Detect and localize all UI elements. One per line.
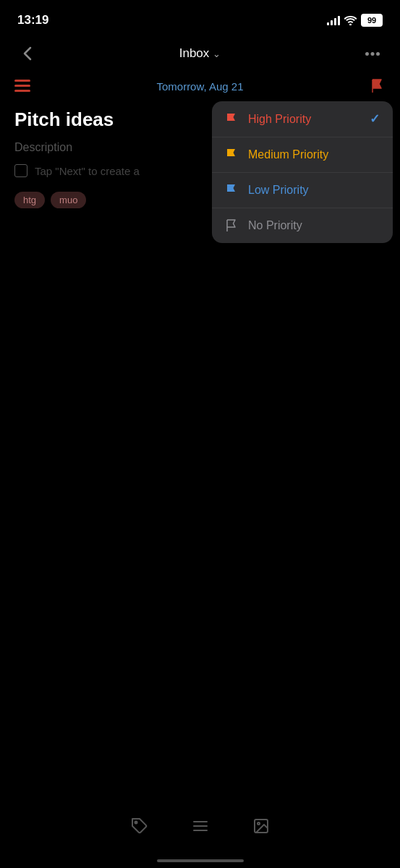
flag-icon-red[interactable] bbox=[370, 78, 386, 94]
status-time: 13:19 bbox=[17, 13, 48, 27]
tag-muo[interactable]: muo bbox=[51, 192, 86, 208]
svg-point-0 bbox=[365, 52, 369, 56]
medium-priority-label: Medium Priority bbox=[248, 148, 380, 161]
tag-button[interactable] bbox=[127, 813, 153, 839]
wifi-icon bbox=[344, 16, 357, 25]
home-indicator bbox=[157, 859, 244, 862]
priority-dropdown: High Priority ✓ Medium Priority Low Prio… bbox=[212, 101, 393, 243]
svg-point-1 bbox=[371, 52, 375, 56]
high-priority-checkmark: ✓ bbox=[370, 111, 380, 127]
medium-priority-flag-icon bbox=[225, 148, 239, 162]
high-priority-label: High Priority bbox=[248, 113, 361, 126]
no-priority-flag-icon bbox=[225, 218, 239, 233]
date-row: Tomorrow, Aug 21 bbox=[0, 74, 400, 101]
back-button[interactable] bbox=[14, 41, 41, 67]
low-priority-label: Low Priority bbox=[248, 184, 380, 197]
no-priority-label: No Priority bbox=[248, 219, 380, 232]
priority-low[interactable]: Low Priority bbox=[212, 173, 393, 208]
due-date[interactable]: Tomorrow, Aug 21 bbox=[30, 80, 370, 93]
image-button[interactable] bbox=[248, 813, 274, 839]
chevron-down-icon: ⌄ bbox=[213, 48, 221, 59]
signal-icon bbox=[327, 15, 340, 25]
svg-point-6 bbox=[135, 822, 137, 824]
priority-none[interactable]: No Priority bbox=[212, 208, 393, 243]
svg-rect-5 bbox=[14, 90, 30, 92]
battery-indicator: 99 bbox=[361, 14, 383, 27]
list-icon bbox=[14, 80, 30, 93]
status-bar: 13:19 99 bbox=[0, 0, 400, 36]
svg-rect-4 bbox=[14, 85, 30, 87]
inbox-label: Inbox bbox=[179, 46, 210, 61]
bottom-toolbar bbox=[0, 806, 400, 846]
header-title[interactable]: Inbox ⌄ bbox=[179, 46, 221, 61]
checklist-placeholder: Tap "Next" to create a bbox=[35, 165, 140, 177]
more-button[interactable] bbox=[359, 41, 386, 67]
tag-htg[interactable]: htg bbox=[14, 192, 45, 208]
header: Inbox ⌄ bbox=[0, 36, 400, 74]
high-priority-flag-icon bbox=[225, 112, 239, 127]
low-priority-flag-icon bbox=[225, 183, 239, 197]
status-icons: 99 bbox=[327, 14, 383, 27]
checkbox[interactable] bbox=[14, 164, 27, 177]
checklist-button[interactable] bbox=[187, 813, 213, 839]
main-content: Pitch ideas Description Tap "Next" to cr… bbox=[0, 101, 400, 216]
priority-high[interactable]: High Priority ✓ bbox=[212, 101, 393, 137]
svg-point-11 bbox=[258, 822, 260, 825]
svg-rect-3 bbox=[14, 80, 30, 82]
svg-point-2 bbox=[376, 52, 380, 56]
priority-medium[interactable]: Medium Priority bbox=[212, 137, 393, 173]
